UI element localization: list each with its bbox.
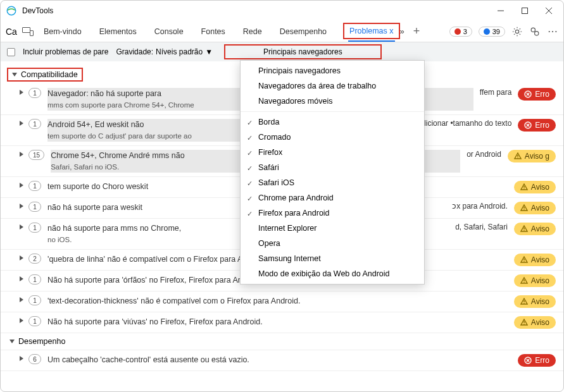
browser-filter-option[interactable]: Principais navegadores: [241, 63, 424, 78]
warning-badge: Aviso g: [508, 150, 556, 162]
disclosure-triangle-icon: [20, 183, 23, 188]
browser-filter-option[interactable]: Internet Explorer: [241, 221, 424, 236]
svg-point-23: [523, 261, 524, 262]
devtools-tabbar: Ca Bem-vindoElementosConsoleFontesRedeDe…: [1, 21, 563, 42]
tab-desempenho[interactable]: Desempenho: [279, 21, 328, 41]
issue-count-badge: 15: [28, 150, 44, 160]
check-icon: ✓: [247, 134, 253, 142]
warning-badge: Aviso: [514, 181, 556, 193]
disclosure-triangle-icon: [20, 276, 23, 281]
info-counter[interactable]: 39: [479, 27, 505, 37]
experiments-icon[interactable]: [529, 26, 541, 37]
check-icon: ✓: [247, 119, 253, 127]
browser-filter-menu: Principais navegadoresNavegadores da áre…: [240, 60, 425, 285]
browser-filter-option[interactable]: Navegadores da área de trabalho: [241, 78, 424, 94]
browser-filter-option[interactable]: ✓Cromado: [241, 130, 424, 145]
error-badge: Erro: [518, 119, 556, 132]
issue-count-badge: 1: [28, 119, 41, 129]
section-compatibility-header[interactable]: Compatibilidade: [7, 68, 83, 82]
svg-point-6: [531, 28, 535, 32]
error-icon: [524, 121, 532, 129]
check-icon: ✓: [247, 195, 253, 203]
window-close-button[interactable]: [544, 6, 553, 15]
option-label: Borda: [258, 118, 279, 126]
browser-filter-option[interactable]: Opera: [241, 236, 424, 251]
error-badge: Erro: [518, 354, 556, 367]
disclosure-triangle-icon: [20, 204, 23, 209]
browser-filter-option[interactable]: ✓Firefox para Android: [241, 205, 424, 221]
more-menu-icon[interactable]: ⋯: [547, 26, 558, 37]
warning-icon: [520, 183, 528, 191]
window-title: DevTools: [22, 6, 496, 15]
option-label: Cromado: [258, 133, 291, 142]
browser-filter-option[interactable]: Samsung Internet: [241, 251, 424, 266]
tab-fontes[interactable]: Fontes: [200, 21, 227, 41]
issue-count-badge: 1: [28, 181, 41, 191]
issue-row[interactable]: 1Não há suporte para 'viúvas' no Firefox…: [1, 312, 563, 333]
issue-count-badge: 1: [28, 316, 41, 326]
option-label: Modo de exibição da Web do Android: [258, 269, 390, 278]
more-tabs-icon[interactable]: »: [400, 27, 404, 36]
device-toggle-icon[interactable]: [22, 27, 34, 36]
severity-dropdown[interactable]: Gravidade: Níveis padrão ▼: [116, 47, 213, 56]
option-label: Internet Explorer: [258, 224, 316, 233]
browser-filter-option[interactable]: ✓Safári: [241, 160, 424, 175]
disclosure-triangle-icon: [12, 73, 17, 77]
warning-icon: [520, 204, 528, 212]
issues-filter-bar: Incluir problemas de pare Gravidade: Nív…: [1, 42, 563, 61]
issue-text: Um cabeçalho 'cache-control' está ausent…: [47, 354, 518, 365]
include-third-party-checkbox[interactable]: [7, 48, 15, 56]
browser-filter-option[interactable]: ✓Safari iOS: [241, 175, 424, 190]
tab-bem-vindo[interactable]: Bem-vindo: [42, 21, 83, 41]
settings-icon[interactable]: [511, 26, 523, 37]
issue-count-badge: 6: [28, 354, 41, 364]
info-count: 39: [492, 28, 500, 35]
disclosure-triangle-icon: [20, 318, 23, 323]
issue-row[interactable]: 6Um cabeçalho 'cache-control' está ausen…: [1, 350, 563, 371]
issue-side-text: d, Safari, Safari: [449, 223, 514, 231]
browser-filter-option[interactable]: Modo de exibição da Web do Android: [241, 266, 424, 281]
severity-value: Níveis padrão: [156, 47, 203, 56]
browser-filter-dropdown[interactable]: Principais navegadores: [224, 44, 382, 59]
tab-rede[interactable]: Rede: [242, 21, 263, 41]
warning-icon: [520, 256, 528, 264]
disclosure-triangle-icon: [20, 356, 23, 361]
window-maximize-button[interactable]: [520, 6, 529, 15]
warning-badge: Aviso: [514, 254, 556, 266]
warning-badge: Aviso: [514, 223, 556, 235]
error-icon: [524, 90, 532, 98]
issue-count-badge: 1: [28, 88, 41, 98]
svg-point-19: [523, 209, 524, 210]
option-label: Chrome para Android: [258, 193, 334, 202]
window-titlebar: DevTools: [1, 1, 563, 21]
svg-point-27: [523, 303, 524, 303]
issue-side-text: ɔx para Android.: [446, 202, 514, 211]
disclosure-triangle-icon: [9, 340, 15, 343]
svg-point-25: [523, 282, 524, 283]
browser-filter-option[interactable]: Navegadores móveis: [241, 94, 424, 109]
tab-elementos[interactable]: Elementos: [98, 21, 138, 41]
issue-count-badge: 1: [28, 223, 41, 233]
warning-badge: Aviso: [514, 295, 556, 308]
severity-label: Gravidade:: [116, 47, 153, 56]
browser-filter-option[interactable]: ✓Borda: [241, 114, 424, 130]
add-tab-button[interactable]: +: [413, 25, 420, 38]
option-label: Principais navegadores: [258, 66, 341, 75]
warning-icon: [520, 298, 528, 305]
error-counter[interactable]: 3: [449, 27, 472, 37]
disclosure-triangle-icon: [20, 121, 23, 126]
svg-point-17: [523, 188, 524, 189]
issue-count-badge: 2: [28, 254, 41, 264]
warning-icon: [520, 319, 528, 326]
tab-problemas-x[interactable]: Problemas x: [348, 21, 394, 42]
tab-console[interactable]: Console: [153, 21, 185, 41]
browser-filter-option[interactable]: ✓Firefox: [241, 145, 424, 160]
window-minimize-button[interactable]: [496, 6, 505, 15]
browser-filter-option[interactable]: ✓Chrome para Android: [241, 190, 424, 205]
app-icon: [6, 5, 17, 16]
disclosure-triangle-icon: [20, 224, 23, 230]
issue-count-badge: 1: [28, 274, 41, 285]
disclosure-triangle-icon: [20, 152, 23, 157]
section-performance-header[interactable]: Desempenho: [1, 333, 563, 350]
issue-row[interactable]: 1'text-decoration-thickness' não é compa…: [1, 291, 563, 312]
